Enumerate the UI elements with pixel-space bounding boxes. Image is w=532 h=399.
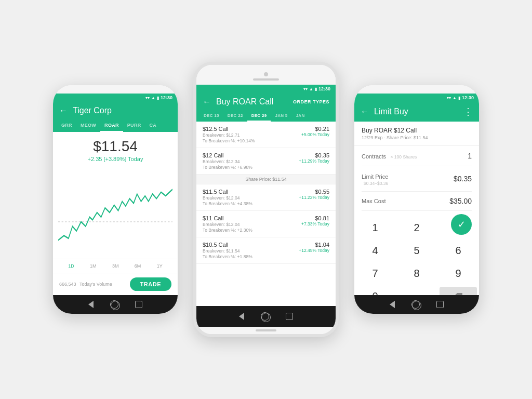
phone-2: ▾▾ ▲ ▮ 12:30 ← Buy ROAR Call ORDER TYPES… (193, 62, 339, 337)
back-button-2[interactable]: ← (203, 97, 211, 107)
battery-icon-2: ▮ (315, 87, 317, 91)
signal-icon: ▾▾ (145, 96, 150, 100)
phone-1-screen: ▾▾ ▲ ▮ 12:30 ← Tiger Corp GRR MEOW ROAR … (53, 94, 178, 295)
option-row-0[interactable]: $12.5 Call $0.21 Breakeven: $12.71 +5.00… (196, 122, 336, 148)
nav-back-icon-3[interactable] (390, 301, 395, 308)
volume-label: Today's Volume (79, 282, 112, 287)
app-header-3: ← Limit Buy ⋮ (354, 102, 479, 122)
key-0[interactable]: 0 (354, 285, 396, 295)
camera-icon (264, 72, 268, 76)
exp-dec15[interactable]: DEC 15 (200, 111, 223, 122)
phone-3-screen: ▾▾ ▲ ▮ 12:30 ← Limit Buy ⋮ Buy ROAR $12 … (354, 94, 479, 295)
wifi-icon: ▲ (151, 96, 155, 100)
options-list: $12.5 Call $0.21 Breakeven: $12.71 +5.00… (196, 122, 336, 306)
key-1[interactable]: 1 (354, 216, 396, 239)
max-cost-value: $35.00 (449, 197, 472, 205)
tab-purr[interactable]: PURR (123, 119, 145, 132)
nav-back-icon[interactable] (88, 301, 94, 308)
time-tab-1d[interactable]: 1D (66, 262, 76, 270)
max-cost-field: Max Cost $35.00 (362, 192, 472, 211)
expiration-tabs: DEC 15 DEC 22 DEC 29 JAN 5 JAN (196, 111, 336, 122)
key-2[interactable]: 2 (396, 216, 437, 239)
nav-home-icon-3[interactable] (411, 300, 420, 309)
tab-meow[interactable]: MEOW (76, 119, 100, 132)
option-row-2[interactable]: $11.5 Call $0.55 Breakeven: $12.04 +11.2… (196, 184, 336, 211)
time-tab-6m[interactable]: 6M (132, 262, 143, 270)
phone-2-bezel-top (196, 65, 336, 85)
limit-price-range: $0.34–$0.36 (364, 181, 388, 186)
contracts-value[interactable]: 1 (468, 152, 472, 160)
key-delete[interactable]: ✕ (440, 287, 477, 295)
option-change-1: +11.29% Today (299, 158, 329, 164)
limit-price-value[interactable]: $0.35 (454, 175, 472, 183)
option-breakeven-0: Breakeven: $12.71 (203, 132, 240, 138)
key-5[interactable]: 5 (396, 239, 437, 262)
key-8[interactable]: 8 (396, 262, 437, 285)
status-icons-3: ▾▾ ▲ ▮ 12:30 (447, 95, 474, 100)
order-fields: Contracts × 100 Shares 1 Limit Price $0.… (354, 146, 479, 211)
phone-1-nav (53, 295, 178, 314)
phone-1-bezel-top (53, 85, 178, 94)
time-tab-3m[interactable]: 3M (110, 262, 121, 270)
time-tabs: 1D 1M 3M 6M 1Y (53, 259, 178, 273)
confirm-check-icon: ✓ (458, 219, 466, 230)
back-button-1[interactable]: ← (59, 106, 68, 115)
exp-dec29[interactable]: DEC 29 (247, 111, 271, 122)
exp-jan5[interactable]: JAN 5 (271, 111, 291, 122)
volume-number: 666,543 (59, 282, 76, 287)
option-row-1[interactable]: $12 Call $0.35 Breakeven: $12.34 +11.29%… (196, 148, 336, 175)
option-change-4: +12.45% Today (299, 248, 329, 253)
status-bar-1: ▾▾ ▲ ▮ 12:30 (53, 94, 178, 102)
nav-recents-icon-2[interactable] (286, 313, 293, 320)
option-change-2: +11.22% Today (299, 195, 329, 200)
nav-home-icon[interactable] (110, 300, 118, 309)
option-name-1: $12 Call (203, 152, 223, 158)
key-9[interactable]: 9 (437, 262, 479, 285)
tab-roar[interactable]: ROAR (100, 119, 123, 132)
wifi-icon-2: ▲ (309, 87, 313, 91)
nav-home-icon-2[interactable] (261, 312, 269, 321)
option-to-breakeven-2: To Breakeven %: +4.38% (203, 201, 329, 206)
phone-3-nav (354, 295, 479, 314)
option-breakeven-3: Breakeven: $12.04 (203, 222, 240, 227)
contracts-sublabel: × 100 Shares (391, 154, 417, 159)
limit-price-label: Limit Price (362, 174, 388, 180)
time-tab-1m[interactable]: 1M (88, 262, 99, 270)
status-icons-1: ▾▾ ▲ ▮ 12:30 (145, 95, 172, 100)
key-4[interactable]: 4 (354, 239, 396, 262)
confirm-button[interactable]: ✓ (451, 214, 472, 235)
exp-jan[interactable]: JAN (292, 111, 309, 122)
bottom-bar-1: 666,543 Today's Volume TRADE (53, 273, 178, 295)
option-change-3: +7.33% Today (301, 221, 329, 227)
contracts-label: Contracts (362, 153, 386, 159)
nav-recents-icon-3[interactable] (436, 301, 444, 308)
order-info-section: Buy ROAR $12 Call 12/29 Exp · Share Pric… (354, 122, 479, 146)
key-6[interactable]: 6 (437, 239, 479, 262)
option-row-4[interactable]: $10.5 Call $1.04 Breakeven: $11.54 +12.4… (196, 237, 336, 264)
nav-recents-icon[interactable] (135, 301, 142, 308)
order-title: Buy ROAR $12 Call (362, 127, 472, 134)
option-price-1: $0.35 (315, 152, 329, 158)
keypad-area: ✓ 1 2 3 4 5 6 7 8 9 0 ✕ (354, 211, 479, 295)
option-price-0: $0.21 (315, 126, 329, 132)
price-value: $11.54 (60, 138, 170, 155)
option-row-3[interactable]: $11 Call $0.81 Breakeven: $12.04 +7.33% … (196, 211, 336, 237)
trade-button[interactable]: TRADE (130, 277, 171, 291)
limit-price-field: Limit Price $0.34–$0.36 $0.35 (362, 166, 472, 192)
tab-ca[interactable]: CA (145, 119, 161, 132)
more-options-button[interactable]: ⋮ (463, 106, 473, 117)
option-price-4: $1.04 (315, 242, 329, 248)
price-change: +2.35 [+3.89%] Today (60, 156, 170, 162)
option-to-breakeven-3: To Breakeven %: +2.30% (203, 228, 329, 233)
option-breakeven-2: Breakeven: $12.04 (203, 195, 240, 201)
option-name-0: $12.5 Call (203, 126, 229, 132)
ticker-tabs: GRR MEOW ROAR PURR CA (53, 119, 178, 132)
back-button-3[interactable]: ← (361, 107, 369, 116)
key-7[interactable]: 7 (354, 262, 396, 285)
order-types-button[interactable]: ORDER TYPES (293, 99, 329, 104)
nav-back-icon-2[interactable] (239, 313, 244, 320)
status-time-2: 12:30 (318, 86, 330, 91)
tab-grr[interactable]: GRR (57, 119, 76, 132)
exp-dec22[interactable]: DEC 22 (223, 111, 247, 122)
time-tab-1y[interactable]: 1Y (155, 262, 165, 270)
